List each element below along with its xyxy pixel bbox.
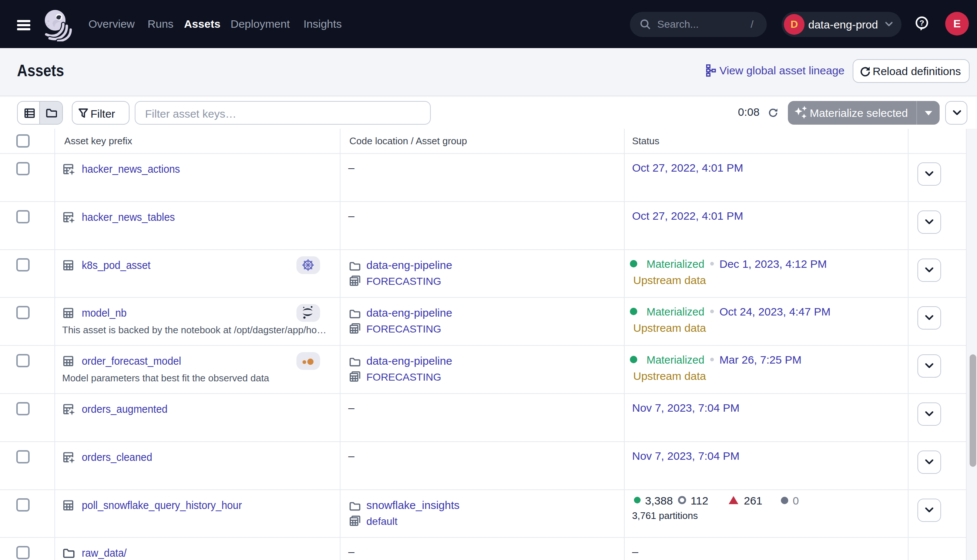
svg-text:?: ?: [920, 18, 924, 27]
